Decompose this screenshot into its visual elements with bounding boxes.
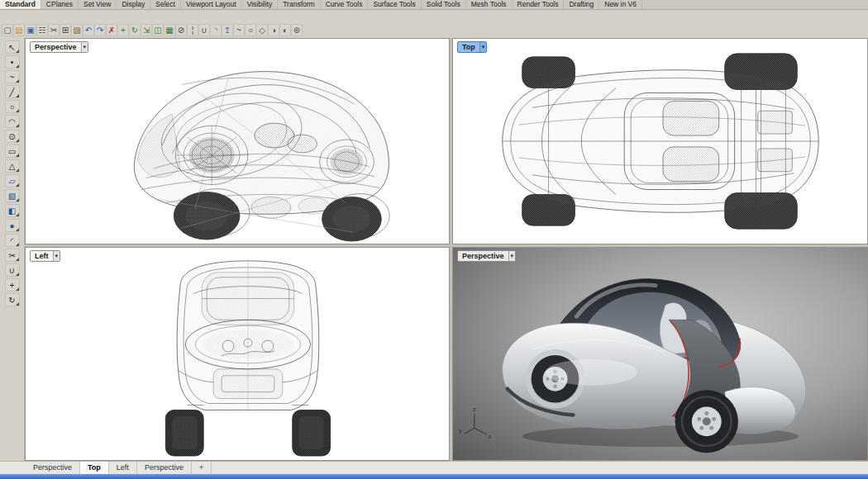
viewport-title-dropdown[interactable]: Left ▾ [30, 250, 60, 262]
chevron-down-icon[interactable]: ▾ [53, 251, 60, 261]
array-icon[interactable]: ▦ [164, 24, 175, 36]
chevron-down-icon[interactable]: ▾ [81, 42, 88, 52]
toolbar-icon-glyph: ▣ [26, 25, 36, 36]
bottom-tab-perspective-2[interactable]: Perspective [137, 462, 192, 474]
cut-icon[interactable]: ✂ [48, 24, 60, 36]
render-icon[interactable]: ◐ [279, 24, 291, 36]
menu-tab-transform[interactable]: Transform [278, 0, 320, 9]
viewport-title-dropdown[interactable]: Perspective ▾ [457, 250, 516, 262]
menu-tab-display[interactable]: Display [117, 0, 150, 9]
trim-tool-icon[interactable]: ✂ [5, 249, 20, 262]
viewport-perspective-rendered[interactable]: Perspective ▾ [452, 247, 868, 461]
menu-tab-curve-tools[interactable]: Curve Tools [321, 0, 369, 9]
menu-tab-set-view[interactable]: Set View [79, 0, 117, 9]
viewport-title-dropdown[interactable]: Top ▾ [457, 41, 487, 53]
open-file-icon[interactable]: ▤ [13, 24, 25, 36]
toolbar-icon-glyph: ▢ [2, 25, 12, 36]
chevron-down-icon[interactable]: ▾ [479, 42, 487, 52]
point-tool-icon[interactable]: • [5, 55, 20, 69]
menu-tab-visibility[interactable]: Visibility [242, 0, 279, 9]
circle-tool-icon[interactable]: ○ [5, 100, 20, 113]
sidebar-tool-glyph: ↻ [8, 296, 15, 305]
undo-icon[interactable]: ↶ [83, 24, 94, 36]
wireframe-view-icon[interactable]: ◇ [256, 24, 268, 36]
scale-icon[interactable]: ⇲ [141, 24, 152, 36]
mirror-icon[interactable]: ◫ [152, 24, 164, 36]
menu-tab-label: Transform [283, 0, 314, 8]
flyout-indicator [16, 287, 19, 291]
viewport-perspective-wireframe[interactable]: Perspective ▾ [25, 38, 450, 244]
join-icon[interactable]: ∪ [198, 24, 210, 36]
toolbar-icon-glyph: ⊞ [60, 25, 70, 36]
print-icon[interactable]: ☷ [36, 24, 48, 36]
viewport-left[interactable]: Left ▾ [25, 247, 450, 461]
bottom-tab-left[interactable]: Left [109, 462, 137, 474]
extrude-surface-icon[interactable]: ◧ [5, 204, 20, 217]
rectangle-tool-icon[interactable]: ▭ [5, 145, 20, 158]
main-toolbar: ▢▤▣☷✂⊞▨↶↷✗+↻⇲◫▦⊘¦∪◝↥~○◇◑◐⊛ [0, 10, 868, 38]
toolbar-icon-glyph: + [118, 25, 128, 36]
flyout-indicator [16, 243, 19, 246]
menu-tab-label: Visibility [247, 0, 273, 8]
join-tool-icon[interactable]: ∪ [5, 263, 20, 277]
extrude-icon[interactable]: ↥ [222, 24, 233, 36]
sphere-tool-icon[interactable]: ● [5, 219, 20, 232]
fillet-tool-icon[interactable]: ◜ [5, 234, 20, 247]
polygon-tool-icon[interactable]: △ [5, 159, 20, 173]
bottom-tab-label: Perspective [33, 463, 72, 472]
viewport-title-dropdown[interactable]: Perspective ▾ [30, 41, 88, 53]
menu-tab-label: Drafting [569, 0, 594, 8]
menu-tab-viewport-layout[interactable]: Viewport Layout [181, 0, 242, 9]
trim-icon[interactable]: ⊘ [175, 24, 187, 36]
sidebar-tool-glyph: ◜ [11, 236, 14, 245]
bottom-tab-top[interactable]: Top [80, 462, 109, 474]
menu-tab-select[interactable]: Select [150, 0, 181, 9]
viewport-top[interactable]: Top ▾ [452, 38, 868, 244]
menu-tab-new-in-v6[interactable]: New in V6 [599, 0, 642, 9]
menu-tab-mesh-tools[interactable]: Mesh Tools [466, 0, 513, 9]
redo-icon[interactable]: ↷ [94, 24, 106, 36]
chevron-down-icon[interactable]: ▾ [508, 251, 516, 261]
delete-icon[interactable]: ✗ [106, 24, 117, 36]
toolbar-icon-glyph: ◝ [211, 25, 221, 36]
menu-tab-render-tools[interactable]: Render Tools [513, 0, 565, 9]
save-file-icon[interactable]: ▣ [25, 24, 36, 36]
menu-tab-standard[interactable]: Standard [0, 0, 41, 9]
arc-tool-icon[interactable]: ◠ [5, 115, 20, 128]
curve-tool-icon[interactable]: ~ [233, 24, 245, 36]
sidebar-tool-glyph: ∪ [9, 266, 15, 275]
toolbar-icon-glyph: ∪ [199, 25, 209, 36]
menu-tab-label: Display [122, 0, 145, 8]
paste-icon[interactable]: ▨ [71, 24, 83, 36]
fillet-icon[interactable]: ◝ [210, 24, 222, 36]
toolbar-group-tabbar: StandardCPlanesSet ViewDisplaySelectView… [0, 0, 868, 10]
toolbar-icon-glyph: ☷ [37, 25, 47, 36]
rear-wheel-hub [703, 417, 711, 425]
copy-icon[interactable]: ⊞ [60, 24, 71, 36]
move-icon[interactable]: + [117, 24, 129, 36]
circle-tool-icon[interactable]: ○ [245, 24, 256, 36]
split-icon[interactable]: ¦ [187, 24, 198, 36]
menu-tab-surface-tools[interactable]: Surface Tools [368, 0, 421, 9]
rotate-tool-icon[interactable]: ↻ [5, 293, 20, 306]
new-file-icon[interactable]: ▢ [2, 24, 13, 36]
select-arrow-icon[interactable]: ↖ [5, 40, 20, 54]
menu-tab-cplanes[interactable]: CPlanes [41, 0, 79, 9]
rotate-icon[interactable]: ↻ [129, 24, 141, 36]
bottom-tab-perspective-1[interactable]: Perspective [26, 462, 80, 474]
options-gear-icon[interactable]: ⊛ [291, 24, 303, 36]
box-tool-icon[interactable]: ▧ [5, 189, 20, 202]
shaded-view-icon[interactable]: ◑ [268, 24, 279, 36]
new-viewport-tab[interactable]: + [192, 462, 212, 474]
move-tool-icon[interactable]: + [5, 278, 20, 292]
polyline-tool-icon[interactable]: ╱ [5, 85, 20, 98]
freeform-curve-icon[interactable]: ~ [5, 70, 20, 83]
surface-tool-icon[interactable]: ▱ [5, 174, 20, 187]
menu-tab-label: Solid Tools [427, 0, 460, 8]
toolbar-icon-glyph: ~ [234, 25, 244, 36]
menu-tab-solid-tools[interactable]: Solid Tools [422, 0, 466, 9]
flyout-indicator [16, 168, 19, 172]
ellipse-tool-icon[interactable]: ⊙ [5, 130, 20, 143]
viewport-grid: Perspective ▾ [25, 38, 868, 461]
menu-tab-drafting[interactable]: Drafting [564, 0, 599, 9]
